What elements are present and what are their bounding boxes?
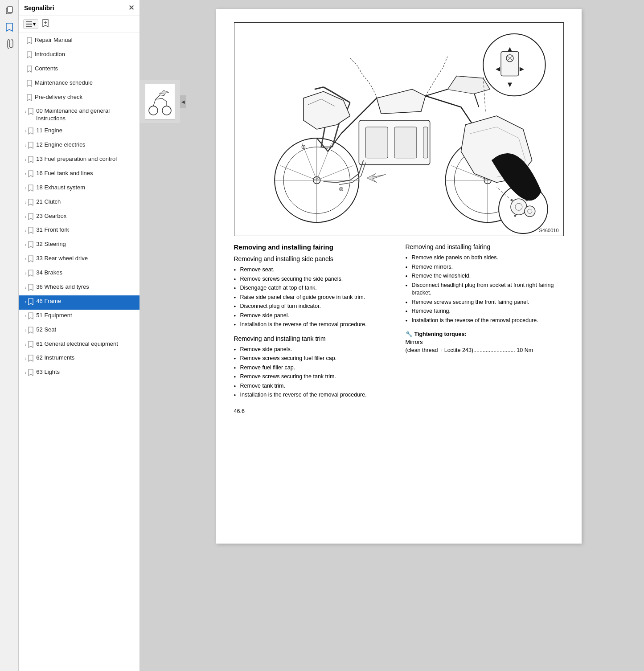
bookmark-list: Repair Manual Introduction Contents [19, 33, 139, 671]
list-item: Disconnect plug of turn indicator. [234, 303, 392, 311]
list-item: Remove seat. [234, 266, 392, 274]
expand-arrow: › [25, 299, 26, 305]
bookmark-item-label: 23 Gearbox [36, 213, 136, 220]
right-col-list: Remove side panels on both sides.Remove … [406, 254, 564, 324]
sidebar-item-ch16[interactable]: › 16 Fuel tank and lines [19, 168, 139, 182]
subsection1-list: Remove seat.Remove screws securing the s… [234, 266, 392, 329]
expand-arrow: › [25, 143, 26, 148]
sidebar-item-ch32[interactable]: › 32 Steering [19, 238, 139, 253]
expand-arrow: › [25, 228, 26, 233]
bookmark-item-label: 11 Engine [36, 127, 136, 135]
left-column: Removing and installing fairing Removing… [234, 243, 392, 414]
bookmark-item-label: 61 General electrical equipment [36, 340, 136, 348]
bookmark-item-icon [28, 312, 33, 322]
bookmark-item-label: 00 Maintenance and general instructions [36, 107, 136, 123]
sidebar-item-ch34[interactable]: › 34 Brakes [19, 267, 139, 281]
left-toolbar [0, 0, 19, 671]
attachment-icon[interactable] [4, 38, 15, 50]
bookmark-item-icon [27, 51, 32, 61]
bookmark-item-label: Maintenance schedule [35, 79, 136, 87]
sidebar-item-ch21[interactable]: › 21 Clutch [19, 196, 139, 210]
bookmark-item-label: 31 Front fork [36, 226, 136, 234]
bookmark-item-label: 13 Fuel preparation and control [36, 155, 136, 163]
svg-rect-3 [26, 24, 32, 25]
svg-point-8 [162, 106, 171, 115]
bookmark-item-icon [28, 255, 33, 265]
bookmark-item-label: Pre-delivery check [35, 94, 136, 101]
expand-arrow: › [25, 128, 26, 134]
bookmark-item-icon [28, 213, 33, 222]
main-area: ◀ [140, 0, 644, 671]
expand-arrow: › [25, 200, 26, 205]
sidebar-item-ch51[interactable]: › 51 Equipment [19, 310, 139, 324]
svg-point-51 [524, 206, 535, 217]
expand-arrow: › [25, 242, 26, 248]
sidebar-item-ch18[interactable]: › 18 Exhaust system [19, 182, 139, 196]
sidebar-item-ch13[interactable]: › 13 Fuel preparation and control [19, 153, 139, 168]
expand-arrow: › [25, 285, 26, 290]
svg-line-21 [280, 166, 317, 180]
bookmark-item-icon [28, 369, 33, 378]
svg-line-37 [314, 87, 323, 89]
sidebar-item-contents[interactable]: Contents [19, 63, 139, 77]
bookmark-item-icon [28, 355, 33, 364]
bookmark-item-icon [28, 298, 33, 307]
sidebar-close-button[interactable]: ✕ [128, 4, 134, 12]
main-section-title: Removing and installing fairing [234, 243, 392, 251]
thumbnail-image[interactable] [145, 84, 175, 119]
sidebar-item-ch33[interactable]: › 33 Rear wheel drive [19, 253, 139, 267]
bookmarks-icon[interactable] [4, 21, 15, 33]
sidebar-item-ch11[interactable]: › 11 Engine [19, 125, 139, 139]
bookmark-item-label: 36 Wheels and tyres [36, 283, 136, 291]
bookmark-item-label: 34 Brakes [36, 269, 136, 277]
list-item: Remove tank trim. [234, 382, 392, 390]
bookmark-item-label: 21 Clutch [36, 198, 136, 206]
svg-rect-32 [365, 127, 388, 158]
sidebar-item-introduction[interactable]: Introduction [19, 49, 139, 63]
expand-arrow: › [25, 157, 26, 163]
sidebar-item-ch61[interactable]: › 61 General electrical equipment [19, 338, 139, 352]
sidebar-item-pre-delivery[interactable]: Pre-delivery check [19, 91, 139, 106]
expand-arrow: › [25, 109, 26, 115]
sidebar-item-ch62[interactable]: › 62 Instruments [19, 352, 139, 366]
expand-arrow: › [25, 185, 26, 191]
sidebar-item-ch36[interactable]: › 36 Wheels and tyres [19, 281, 139, 295]
bookmark-item-label: 33 Rear wheel drive [36, 255, 136, 262]
bookmark-item-icon [28, 341, 33, 350]
bookmark-item-icon [28, 199, 33, 208]
bookmark-item-icon [28, 156, 33, 165]
list-item: Disengage catch at top of tank. [234, 284, 392, 292]
sidebar-header: Segnalibri ✕ [19, 0, 139, 16]
bookmark-item-icon [28, 327, 33, 336]
sidebar-item-ch52[interactable]: › 52 Seat [19, 324, 139, 338]
svg-rect-4 [26, 26, 32, 27]
expand-arrow: › [25, 214, 26, 220]
sidebar-item-repair-manual[interactable]: Repair Manual [19, 34, 139, 49]
new-bookmark-icon[interactable] [42, 19, 49, 29]
diagram-image: S460010 [234, 22, 564, 236]
bookmark-item-label: 63 Lights [36, 368, 136, 376]
bookmark-item-label: 32 Steering [36, 241, 136, 248]
expand-arrow: › [25, 342, 26, 348]
sidebar-item-ch23[interactable]: › 23 Gearbox [19, 210, 139, 225]
bookmark-item-label: 46 Frame [36, 298, 136, 305]
bookmark-item-icon [28, 127, 33, 137]
sidebar-item-ch00[interactable]: › 00 Maintenance and general instruction… [19, 105, 139, 125]
sidebar-item-ch31[interactable]: › 31 Front fork [19, 224, 139, 238]
copy-pages-icon[interactable] [4, 4, 15, 16]
page-number: 46.6 [234, 408, 392, 414]
sidebar-item-ch46[interactable]: › 46 Frame [19, 295, 139, 310]
subsection2-list: Remove side panels.Remove screws securin… [234, 346, 392, 399]
sidebar-item-ch63[interactable]: › 63 Lights [19, 366, 139, 381]
wrench-icon: 🔧 [406, 331, 413, 337]
sidebar-view-button[interactable]: ▾ [23, 19, 38, 29]
right-column: Removing and installing fairing Remove s… [406, 243, 564, 414]
bookmark-item-label: Contents [35, 65, 136, 73]
bookmark-item-label: 18 Exhaust system [36, 184, 136, 192]
list-item: Remove screws securing the front fairing… [406, 299, 564, 307]
list-item: Remove side panels. [234, 346, 392, 354]
sidebar-item-maintenance-schedule[interactable]: Maintenance schedule [19, 77, 139, 91]
sidebar-item-ch12[interactable]: › 12 Engine electrics [19, 139, 139, 153]
sidebar-panel: Segnalibri ✕ ▾ Repair Manual [19, 0, 140, 671]
collapse-panel-button[interactable]: ◀ [180, 95, 186, 108]
